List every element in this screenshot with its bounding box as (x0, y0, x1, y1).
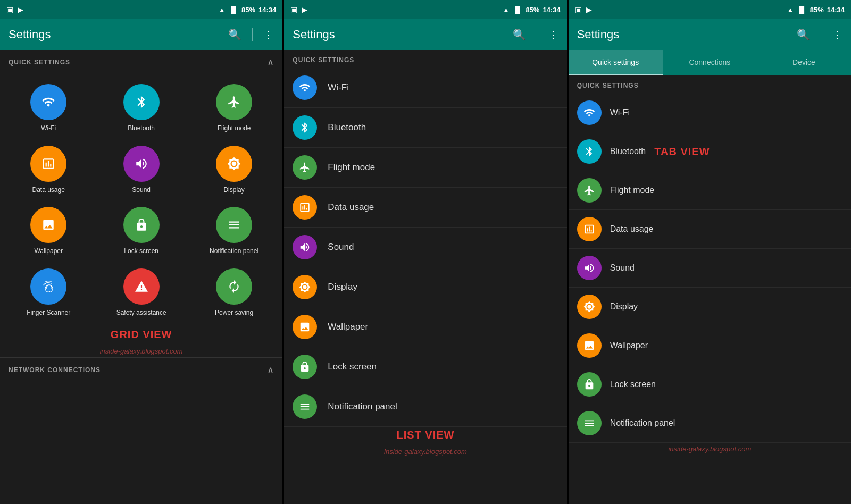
play-icon-2: ▶ (302, 5, 307, 14)
notification-icon-circle (216, 207, 252, 243)
play-icon: ▶ (18, 5, 23, 14)
wifi-icon-circle (30, 84, 66, 120)
tab-list-label-wifi: Wi-Fi (610, 108, 630, 117)
grid-item-wallpaper[interactable]: Wallpaper (2, 199, 95, 261)
tab-list-label-data: Data usage (610, 224, 654, 234)
tab-connections[interactable]: Connections (663, 50, 757, 75)
more-button-2[interactable]: ⋮ (548, 28, 558, 41)
list-item-sound[interactable]: Sound (284, 228, 566, 267)
network-title-1: NETWORK CONNECTIONS (9, 366, 101, 374)
grid-container: Wi-Fi Bluetooth Flight mode Data usag (0, 72, 282, 326)
list-sound-icon (293, 235, 317, 259)
tab-list-item-wifi[interactable]: Wi-Fi (569, 94, 851, 132)
list-item-display[interactable]: Display (284, 267, 566, 307)
list-label-wallpaper: Wallpaper (328, 322, 368, 332)
quick-settings-title-3: QUICK SETTINGS (577, 82, 639, 89)
content-tab: QUICK SETTINGS Wi-Fi Bluetooth TAB VIEW … (569, 75, 851, 504)
list-item-data[interactable]: Data usage (284, 188, 566, 228)
grid-item-wifi[interactable]: Wi-Fi (2, 77, 95, 138)
panel-grid: ▣ ▶ ▲ ▐▌ 85% 14:34 Settings 🔍 ⋮ QUICK SE… (0, 0, 284, 504)
wifi-status-icon: ▲ (219, 6, 226, 14)
tab-list-item-display[interactable]: Display (569, 288, 851, 326)
tab-wifi-icon (577, 100, 602, 125)
tab-list-item-flight[interactable]: Flight mode (569, 171, 851, 210)
status-right-2: ▲ ▐▌ 85% 14:34 (503, 6, 561, 14)
battery-text-3: 85% (810, 6, 824, 14)
app-title-1: Settings (9, 28, 51, 41)
grid-item-display[interactable]: Display (188, 138, 280, 200)
battery-text: 85% (241, 6, 255, 14)
tab-lock-icon (577, 372, 602, 397)
quick-settings-header-3: QUICK SETTINGS (569, 75, 851, 94)
tab-list-item-bluetooth[interactable]: Bluetooth TAB VIEW (569, 132, 851, 171)
collapse-button-1[interactable]: ∧ (267, 56, 274, 68)
list-label-notification: Notification panel (328, 401, 397, 412)
grid-item-bluetooth[interactable]: Bluetooth (95, 77, 187, 138)
watermark-3: inside-galaxy.blogspot.com (569, 443, 851, 455)
app-bar-icons-2: 🔍 ⋮ (513, 28, 558, 41)
grid-item-lock[interactable]: Lock screen (95, 199, 187, 261)
signal-icon: ▐▌ (229, 6, 238, 14)
list-item-wifi[interactable]: Wi-Fi (284, 68, 566, 108)
tab-display-icon (577, 295, 602, 319)
grid-item-safety[interactable]: Safety assistance (95, 261, 187, 323)
tab-list-item-data[interactable]: Data usage (569, 210, 851, 249)
list-bt-icon (293, 115, 317, 140)
flight-icon-circle (216, 84, 252, 120)
network-toggle-1[interactable]: ∧ (267, 364, 274, 376)
list-item-wallpaper[interactable]: Wallpaper (284, 307, 566, 347)
divider-3 (821, 28, 821, 41)
grid-item-finger[interactable]: Finger Scanner (2, 261, 95, 323)
tab-list-item-notification[interactable]: Notification panel (569, 404, 851, 443)
tab-list-item-wallpaper[interactable]: Wallpaper (569, 326, 851, 365)
grid-item-power[interactable]: Power saving (188, 261, 280, 323)
list-item-bluetooth[interactable]: Bluetooth (284, 108, 566, 148)
list-wifi-icon (293, 75, 317, 100)
tab-quick-settings[interactable]: Quick settings (569, 50, 663, 75)
more-button-1[interactable]: ⋮ (263, 28, 274, 41)
list-item-notification[interactable]: Notification panel (284, 387, 566, 427)
content-list: QUICK SETTINGS Wi-Fi Bluetooth Flight mo… (284, 50, 566, 504)
list-notif-icon (293, 394, 317, 419)
grid-label-wallpaper: Wallpaper (34, 247, 63, 256)
search-button-1[interactable]: 🔍 (228, 28, 241, 41)
tab-device[interactable]: Device (757, 50, 851, 75)
signal-icon-3: ▐▌ (797, 6, 806, 14)
status-bar-1: ▣ ▶ ▲ ▐▌ 85% 14:34 (0, 0, 282, 19)
grid-item-notification[interactable]: Notification panel (188, 199, 280, 261)
tab-view-label: TAB VIEW (650, 146, 710, 158)
grid-label-data: Data usage (32, 186, 65, 195)
tab-data-icon (577, 217, 602, 241)
status-left-3: ▣ ▶ (575, 5, 592, 14)
divider-2 (537, 28, 537, 41)
tab-list-label-sound: Sound (610, 263, 635, 273)
time-text-3: 14:34 (827, 6, 845, 14)
list-item-flight[interactable]: Flight mode (284, 148, 566, 188)
app-bar-1: Settings 🔍 ⋮ (0, 19, 282, 50)
safety-icon-circle (123, 268, 160, 305)
list-item-lock[interactable]: Lock screen (284, 347, 566, 387)
tab-sound-icon (577, 256, 602, 280)
search-button-2[interactable]: 🔍 (513, 28, 526, 41)
tab-list-item-sound[interactable]: Sound (569, 249, 851, 288)
grid-item-data[interactable]: Data usage (2, 138, 95, 200)
sound-icon-circle (123, 146, 160, 182)
list-wallpaper-icon (293, 315, 317, 339)
list-label-display: Display (328, 282, 357, 292)
tab-list-label-bluetooth: Bluetooth (610, 147, 646, 156)
grid-label-bluetooth: Bluetooth (128, 124, 155, 133)
grid-item-flight[interactable]: Flight mode (188, 77, 280, 138)
grid-label-notification: Notification panel (210, 247, 258, 256)
tab-list-label-wallpaper: Wallpaper (610, 341, 648, 350)
screenshot-icon: ▣ (6, 5, 13, 14)
quick-settings-title-2: QUICK SETTINGS (293, 56, 354, 64)
display-icon-circle (216, 146, 252, 182)
search-button-3[interactable]: 🔍 (797, 28, 810, 41)
finger-icon-circle (30, 268, 66, 305)
grid-item-sound[interactable]: Sound (95, 138, 187, 200)
app-bar-2: Settings 🔍 ⋮ (284, 19, 566, 50)
quick-settings-header-1: QUICK SETTINGS ∧ (0, 50, 282, 72)
tab-list-item-lock[interactable]: Lock screen (569, 365, 851, 404)
grid-label-wifi: Wi-Fi (41, 124, 56, 133)
more-button-3[interactable]: ⋮ (832, 28, 842, 41)
